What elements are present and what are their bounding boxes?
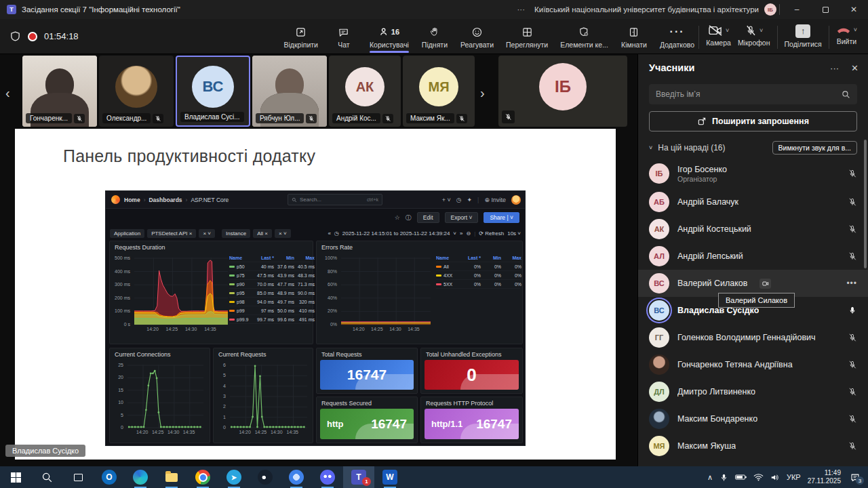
share-button[interactable]: Share | ˅ <box>484 212 519 223</box>
taskbar-steam[interactable] <box>250 466 281 488</box>
panel-current-requests[interactable]: Current Requests 654321014:2014:2514:301… <box>213 348 313 443</box>
add-icon[interactable]: + ˅ <box>442 197 451 203</box>
grafana-logo-icon[interactable] <box>111 195 120 204</box>
mic-muted-icon[interactable] <box>848 169 857 178</box>
participant-search-input[interactable]: Введіть ім’я <box>649 84 857 104</box>
leave-dropdown-chevron-icon[interactable]: ˅ <box>854 26 857 33</box>
tray-battery-icon[interactable] <box>735 473 747 481</box>
participant-row[interactable]: МЯ Максим Якуша <box>638 432 868 460</box>
export-button[interactable]: Export ˅ <box>445 212 479 223</box>
edit-button[interactable]: Edit <box>417 212 439 223</box>
leave-button[interactable]: ˅ Вийти <box>836 24 857 45</box>
taskbar-chromium[interactable] <box>281 466 312 488</box>
panel-http-protocol[interactable]: Requests HTTP Protocol http/1.116747 <box>420 396 523 443</box>
maximize-button[interactable] <box>811 0 840 19</box>
time-range[interactable]: 2025-11-22 14:15:01 to 2025-11-22 14:39:… <box>342 230 450 237</box>
legend-row[interactable]: p7547.5 ms43.9 ms48.3 ms <box>229 271 311 280</box>
legend-row[interactable]: p99.999.7 ms99.6 ms491 ms <box>229 315 311 324</box>
camera-button[interactable]: ˅ Камера <box>706 24 731 47</box>
breadcrumb-dashboard-name[interactable]: ASP.NET Core <box>191 197 229 203</box>
filter-instance-clear[interactable]: × ˅ <box>275 229 291 238</box>
legend-row[interactable]: All0%0%0% <box>436 262 520 271</box>
video-tile-oleksandra[interactable]: Олександр... <box>99 56 174 127</box>
react-button[interactable]: Реагувати <box>456 22 498 50</box>
rooms-button[interactable]: Кімнати <box>616 22 652 50</box>
tray-wifi-icon[interactable] <box>753 473 764 481</box>
mic-dropdown-chevron-icon[interactable]: ˅ <box>760 27 763 34</box>
grafana-avatar[interactable] <box>511 195 521 205</box>
more-button[interactable]: ··· Додатково <box>656 22 698 50</box>
taskbar-telegram[interactable]: ➤ <box>218 466 250 488</box>
legend-row[interactable]: 4XX0%0%0% <box>436 271 520 280</box>
filter-application-value[interactable]: PTSDetect API × <box>147 229 196 238</box>
scrollbar-thumb[interactable] <box>864 140 867 268</box>
info-icon[interactable]: ⓘ <box>406 214 412 222</box>
row-more-icon[interactable]: ••• <box>846 279 857 288</box>
panel-requests-duration[interactable]: Requests Duration 500 ms400 ms300 ms200 … <box>109 241 313 344</box>
taskbar-chrome[interactable] <box>187 466 218 488</box>
participant-row[interactable]: ІБ Ігор БосенкоОрганізатор <box>638 159 868 188</box>
time-dropdown-chevron-icon[interactable]: ˅ <box>453 230 456 237</box>
video-tile-goncharenko[interactable]: Гончаренк... <box>22 56 97 127</box>
taskbar-teams-active[interactable]: T 1 <box>343 466 374 488</box>
star-icon[interactable]: ☆ <box>395 214 400 221</box>
invite-button[interactable]: ⊕ Invite <box>484 197 506 203</box>
control-elements-button[interactable]: Елементи ке... <box>556 22 612 50</box>
taskbar-clock[interactable]: 11:49 27.11.2025 <box>808 469 841 486</box>
panel-errors-rate[interactable]: Errors Rate 100%80%60%40%20%0%14:2014:25… <box>316 241 523 344</box>
filter-application-clear[interactable]: × ˅ <box>199 229 215 238</box>
view-button[interactable]: Переглянути <box>502 22 552 50</box>
participant-row[interactable]: АЛ Андрій Лепський <box>638 243 868 270</box>
mic-muted-icon[interactable] <box>848 360 857 369</box>
sparkle-icon[interactable]: ✦ <box>467 197 473 203</box>
mic-muted-icon[interactable] <box>848 387 857 396</box>
account-avatar[interactable]: ІБ <box>764 3 776 16</box>
taskbar-explorer[interactable] <box>156 466 187 488</box>
grafana-search-input[interactable]: Search... ctrl+k <box>288 194 382 205</box>
tray-expand-icon[interactable]: ∧ <box>707 473 713 482</box>
share-button[interactable]: ↑ Поділитися <box>785 24 822 48</box>
close-button[interactable]: ✕ <box>840 0 868 19</box>
video-tile-bosenko-large[interactable]: ІБ <box>498 56 627 127</box>
mute-all-button[interactable]: Вимкнути звук для в... <box>772 141 857 155</box>
refresh-interval[interactable]: 10s ˅ <box>507 230 521 237</box>
video-tile-kostetskyi[interactable]: АК Андрій Кос... <box>329 56 401 127</box>
refresh-button[interactable]: ⟳ Refresh <box>479 230 504 237</box>
participant-row[interactable]: Максим Бондаренко <box>638 405 868 432</box>
legend-row[interactable]: p9070.0 ms47.7 ms71.3 ms <box>229 280 311 289</box>
participant-row[interactable]: ГГ Голенков Володимир Геннадійович <box>638 324 868 351</box>
video-tile-yakusha[interactable]: МЯ Максим Як... <box>403 56 475 127</box>
video-tile-susidko-selected[interactable]: ВС Владислав Сусі... <box>176 56 250 127</box>
mic-button[interactable]: ˅ Мікрофон <box>738 24 770 47</box>
participant-row[interactable]: АБ Андрій Балачук <box>638 188 868 216</box>
share-invite-button[interactable]: Поширити запрошення <box>649 111 857 131</box>
legend-row[interactable]: p9997 ms50.0 ms410 ms <box>229 306 311 315</box>
titlebar-more-icon[interactable]: ··· <box>517 5 526 14</box>
mic-muted-icon[interactable] <box>848 414 857 424</box>
raise-hand-button[interactable]: Підняти <box>417 22 452 50</box>
chat-button[interactable]: Чат <box>326 22 361 50</box>
language-indicator[interactable]: УКР <box>787 473 801 481</box>
mic-muted-icon[interactable] <box>848 251 857 261</box>
legend-row[interactable]: p9894.0 ms49.7 ms320 ms <box>229 298 311 306</box>
account-info[interactable]: Київський національний університет будів… <box>534 3 776 16</box>
mic-muted-icon[interactable] <box>848 333 857 342</box>
section-chevron-icon[interactable]: ˅ <box>649 144 652 151</box>
video-tile-ryabchun[interactable]: Рябчун Юл... <box>252 56 327 127</box>
task-view-button[interactable] <box>62 466 94 488</box>
filmstrip-next-icon[interactable]: › <box>480 85 485 101</box>
legend-row[interactable]: p5040 ms37.6 ms40.5 ms <box>229 262 311 271</box>
mic-muted-icon[interactable] <box>848 197 857 207</box>
filmstrip-prev-icon[interactable]: ‹ <box>5 85 10 101</box>
mic-muted-icon[interactable] <box>848 224 857 234</box>
people-button[interactable]: 16 Користувачі <box>366 22 413 50</box>
participant-row[interactable]: Гончаренко Тетяна Андріївна <box>638 351 868 378</box>
taskbar-edge[interactable] <box>125 466 156 488</box>
panel-close-icon[interactable]: ✕ <box>851 63 859 73</box>
time-forward-icon[interactable]: » <box>460 230 462 237</box>
filter-instance-value[interactable]: All × <box>253 229 272 238</box>
camera-dropdown-chevron-icon[interactable]: ˅ <box>726 27 729 34</box>
panel-unhandled-exceptions[interactable]: Total Unhandled Exceptions 0 <box>420 348 523 394</box>
taskbar-search-button[interactable] <box>31 466 62 488</box>
panel-more-icon[interactable]: ··· <box>830 63 839 73</box>
